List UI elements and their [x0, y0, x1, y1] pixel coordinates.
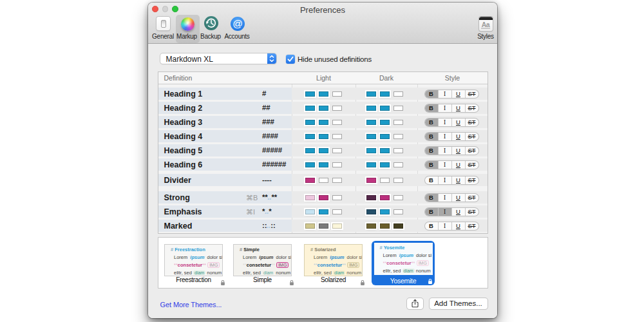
svg-text:@: @ — [232, 18, 243, 29]
